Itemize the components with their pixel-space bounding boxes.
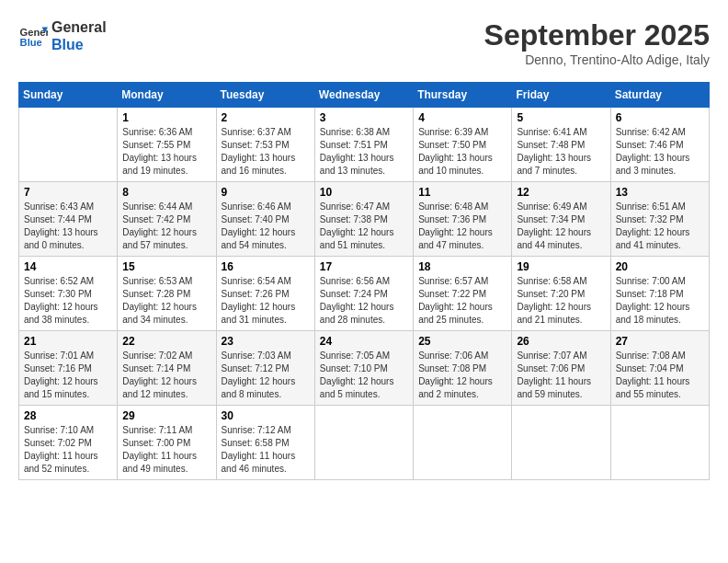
day-info: Sunrise: 7:00 AM Sunset: 7:18 PM Dayligh… (616, 275, 704, 327)
calendar-cell: 22Sunrise: 7:02 AM Sunset: 7:14 PM Dayli… (118, 331, 216, 406)
logo-general: General (51, 18, 107, 36)
calendar-header: SundayMondayTuesdayWednesdayThursdayFrid… (19, 83, 710, 108)
day-number: 2 (222, 111, 310, 124)
calendar-cell (512, 406, 610, 480)
day-info: Sunrise: 7:05 AM Sunset: 7:10 PM Dayligh… (320, 350, 408, 401)
day-number: 17 (320, 260, 408, 273)
calendar-cell: 21Sunrise: 7:01 AM Sunset: 7:16 PM Dayli… (19, 331, 118, 406)
day-number: 14 (24, 260, 112, 273)
day-header-tuesday: Tuesday (216, 83, 314, 108)
calendar-cell (610, 406, 709, 480)
calendar-week-4: 21Sunrise: 7:01 AM Sunset: 7:16 PM Dayli… (19, 331, 710, 406)
day-header-thursday: Thursday (414, 83, 512, 108)
day-number: 19 (517, 260, 605, 273)
calendar-cell: 14Sunrise: 6:52 AM Sunset: 7:30 PM Dayli… (19, 257, 118, 331)
calendar-cell: 25Sunrise: 7:06 AM Sunset: 7:08 PM Dayli… (414, 331, 512, 406)
calendar-cell: 5Sunrise: 6:41 AM Sunset: 7:48 PM Daylig… (512, 108, 610, 182)
day-info: Sunrise: 7:01 AM Sunset: 7:16 PM Dayligh… (24, 350, 112, 401)
svg-text:Blue: Blue (20, 37, 42, 48)
calendar-cell: 1Sunrise: 6:36 AM Sunset: 7:55 PM Daylig… (118, 108, 216, 182)
calendar-cell: 3Sunrise: 6:38 AM Sunset: 7:51 PM Daylig… (314, 108, 413, 182)
day-info: Sunrise: 7:02 AM Sunset: 7:14 PM Dayligh… (122, 350, 210, 401)
calendar-cell: 9Sunrise: 6:46 AM Sunset: 7:40 PM Daylig… (216, 182, 314, 257)
calendar-cell: 13Sunrise: 6:51 AM Sunset: 7:32 PM Dayli… (610, 182, 709, 257)
day-info: Sunrise: 6:44 AM Sunset: 7:42 PM Dayligh… (122, 201, 210, 252)
calendar-cell: 17Sunrise: 6:56 AM Sunset: 7:24 PM Dayli… (314, 257, 413, 331)
day-info: Sunrise: 6:54 AM Sunset: 7:26 PM Dayligh… (222, 275, 310, 327)
day-info: Sunrise: 6:46 AM Sunset: 7:40 PM Dayligh… (222, 201, 310, 252)
day-number: 24 (320, 335, 408, 348)
calendar-cell: 29Sunrise: 7:11 AM Sunset: 7:00 PM Dayli… (118, 406, 216, 480)
calendar-body: 1Sunrise: 6:36 AM Sunset: 7:55 PM Daylig… (19, 108, 710, 480)
day-number: 21 (24, 335, 112, 348)
day-header-sunday: Sunday (19, 83, 118, 108)
day-number: 15 (122, 260, 210, 273)
calendar-week-3: 14Sunrise: 6:52 AM Sunset: 7:30 PM Dayli… (19, 257, 710, 331)
day-header-wednesday: Wednesday (314, 83, 413, 108)
day-info: Sunrise: 7:03 AM Sunset: 7:12 PM Dayligh… (222, 350, 310, 401)
day-number: 23 (222, 335, 310, 348)
calendar-cell (314, 406, 413, 480)
day-number: 25 (418, 335, 506, 348)
calendar-cell: 19Sunrise: 6:58 AM Sunset: 7:20 PM Dayli… (512, 257, 610, 331)
logo-blue: Blue (51, 36, 107, 53)
day-info: Sunrise: 6:41 AM Sunset: 7:48 PM Dayligh… (517, 126, 605, 178)
day-info: Sunrise: 7:06 AM Sunset: 7:08 PM Dayligh… (418, 350, 506, 401)
day-info: Sunrise: 6:39 AM Sunset: 7:50 PM Dayligh… (418, 126, 506, 178)
month-title: September 2025 (484, 18, 710, 52)
calendar-cell: 12Sunrise: 6:49 AM Sunset: 7:34 PM Dayli… (512, 182, 610, 257)
day-info: Sunrise: 6:43 AM Sunset: 7:44 PM Dayligh… (24, 201, 112, 252)
calendar-cell: 15Sunrise: 6:53 AM Sunset: 7:28 PM Dayli… (118, 257, 216, 331)
day-info: Sunrise: 6:36 AM Sunset: 7:55 PM Dayligh… (122, 126, 210, 178)
day-info: Sunrise: 7:10 AM Sunset: 7:02 PM Dayligh… (24, 424, 112, 476)
day-number: 12 (517, 186, 605, 199)
calendar-table: SundayMondayTuesdayWednesdayThursdayFrid… (18, 82, 710, 480)
day-number: 27 (616, 335, 704, 348)
day-header-saturday: Saturday (610, 83, 709, 108)
calendar-cell: 6Sunrise: 6:42 AM Sunset: 7:46 PM Daylig… (610, 108, 709, 182)
calendar-cell: 20Sunrise: 7:00 AM Sunset: 7:18 PM Dayli… (610, 257, 709, 331)
day-info: Sunrise: 6:51 AM Sunset: 7:32 PM Dayligh… (616, 201, 704, 252)
day-number: 30 (222, 409, 310, 422)
location-subtitle: Denno, Trentino-Alto Adige, Italy (484, 52, 710, 67)
day-number: 22 (122, 335, 210, 348)
day-number: 7 (24, 186, 112, 199)
day-info: Sunrise: 6:53 AM Sunset: 7:28 PM Dayligh… (122, 275, 210, 327)
calendar-week-1: 1Sunrise: 6:36 AM Sunset: 7:55 PM Daylig… (19, 108, 710, 182)
day-info: Sunrise: 6:56 AM Sunset: 7:24 PM Dayligh… (320, 275, 408, 327)
day-info: Sunrise: 6:38 AM Sunset: 7:51 PM Dayligh… (320, 126, 408, 178)
calendar-cell: 10Sunrise: 6:47 AM Sunset: 7:38 PM Dayli… (314, 182, 413, 257)
calendar-cell (19, 108, 118, 182)
day-number: 1 (122, 111, 210, 124)
day-number: 8 (122, 186, 210, 199)
day-info: Sunrise: 6:37 AM Sunset: 7:53 PM Dayligh… (222, 126, 310, 178)
calendar-cell: 18Sunrise: 6:57 AM Sunset: 7:22 PM Dayli… (414, 257, 512, 331)
day-number: 11 (418, 186, 506, 199)
day-number: 13 (616, 186, 704, 199)
calendar-cell: 27Sunrise: 7:08 AM Sunset: 7:04 PM Dayli… (610, 331, 709, 406)
day-number: 9 (222, 186, 310, 199)
title-block: September 2025 Denno, Trentino-Alto Adig… (484, 18, 710, 67)
day-number: 6 (616, 111, 704, 124)
calendar-cell: 23Sunrise: 7:03 AM Sunset: 7:12 PM Dayli… (216, 331, 314, 406)
day-number: 3 (320, 111, 408, 124)
calendar-cell: 7Sunrise: 6:43 AM Sunset: 7:44 PM Daylig… (19, 182, 118, 257)
day-number: 29 (122, 409, 210, 422)
day-info: Sunrise: 6:48 AM Sunset: 7:36 PM Dayligh… (418, 201, 506, 252)
page-header: General Blue General Blue September 2025… (18, 18, 710, 67)
calendar-cell (414, 406, 512, 480)
day-info: Sunrise: 7:11 AM Sunset: 7:00 PM Dayligh… (122, 424, 210, 476)
calendar-week-5: 28Sunrise: 7:10 AM Sunset: 7:02 PM Dayli… (19, 406, 710, 480)
day-info: Sunrise: 7:08 AM Sunset: 7:04 PM Dayligh… (616, 350, 704, 401)
logo: General Blue General Blue (18, 18, 107, 53)
day-info: Sunrise: 7:12 AM Sunset: 6:58 PM Dayligh… (222, 424, 310, 476)
day-number: 16 (222, 260, 310, 273)
day-info: Sunrise: 7:07 AM Sunset: 7:06 PM Dayligh… (517, 350, 605, 401)
day-number: 18 (418, 260, 506, 273)
day-number: 20 (616, 260, 704, 273)
day-header-friday: Friday (512, 83, 610, 108)
calendar-cell: 24Sunrise: 7:05 AM Sunset: 7:10 PM Dayli… (314, 331, 413, 406)
day-info: Sunrise: 6:52 AM Sunset: 7:30 PM Dayligh… (24, 275, 112, 327)
day-number: 4 (418, 111, 506, 124)
day-number: 5 (517, 111, 605, 124)
